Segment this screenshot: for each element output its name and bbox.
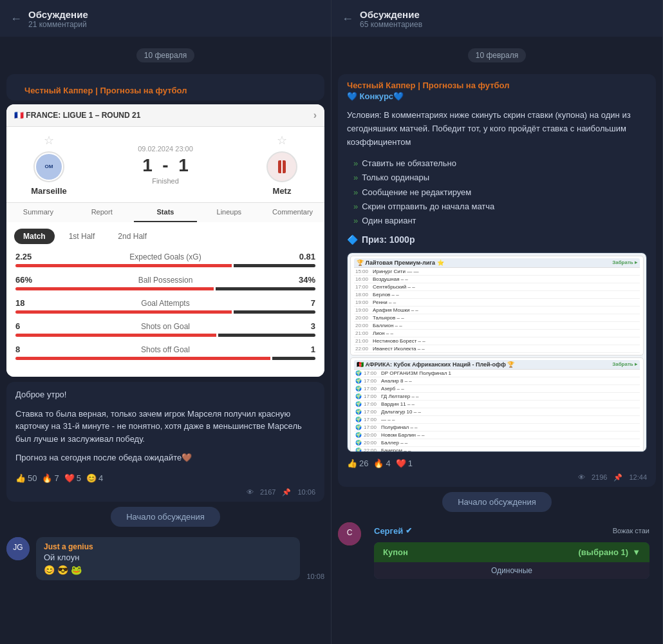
contest-intro: Условия: В комментариях ниже скинуть скр… bbox=[338, 104, 656, 154]
ss-section-2: 🇦🇫 АФРИКА: Кубок Африканских Наций - Пле… bbox=[350, 357, 644, 452]
away-star-icon[interactable]: ☆ bbox=[277, 133, 287, 147]
rule-2: Только ординары bbox=[351, 171, 647, 185]
right-start-discussion-button[interactable]: Начало обсуждения bbox=[442, 492, 552, 512]
home-star-icon[interactable]: ☆ bbox=[44, 133, 54, 147]
contest-card: Честный Каппер | Прогнозы на футбол 💙 Ко… bbox=[338, 74, 656, 487]
tab-lineups[interactable]: Lineups bbox=[197, 203, 261, 222]
start-discussion-button[interactable]: Начало обсуждения bbox=[111, 507, 220, 527]
away-team-name: Metz bbox=[273, 186, 292, 196]
pin-icon: 📌 bbox=[282, 488, 291, 497]
comment-reactions[interactable]: 😊 😎 🐸 bbox=[44, 565, 82, 575]
right-panel-title: Обсуждение bbox=[360, 9, 422, 20]
left-panel: ← Обсуждение 21 комментарий 10 февраля Ч… bbox=[0, 0, 332, 644]
views-count: 2167 bbox=[260, 488, 275, 496]
comment-avatar: JG bbox=[6, 537, 30, 560]
possession-home-val: 66% bbox=[15, 275, 41, 285]
right-pin-icon: 📌 bbox=[613, 473, 622, 482]
match-datetime: 09.02.2024 23:00 bbox=[81, 145, 250, 153]
contest-subtitle: 💙 Конкурс💙 bbox=[347, 91, 647, 101]
sergey-comment-body: Сергей ✔ Вожак стаи Купон (выбрано 1) ▼ … bbox=[368, 522, 656, 582]
match-score: 1 - 1 bbox=[81, 155, 250, 176]
match-teams: ☆ OM Marseille 09.02.2024 23:00 1 - 1 Fi bbox=[6, 127, 324, 202]
score-block: 09.02.2024 23:00 1 - 1 Finished bbox=[81, 145, 250, 185]
right-reaction-heart[interactable]: ❤️ 1 bbox=[396, 459, 413, 468]
expand-icon[interactable]: › bbox=[313, 109, 317, 121]
kupon-expand-icon[interactable]: ▼ bbox=[632, 547, 640, 557]
stat-shots-on-goal: 6 Shots on Goal 3 bbox=[15, 321, 315, 337]
match-league: 🇫🇷 FRANCE: LIGUE 1 – ROUND 21 › bbox=[6, 104, 324, 127]
subtab-match[interactable]: Match bbox=[14, 229, 55, 244]
reaction-like[interactable]: 👍 50 bbox=[15, 473, 37, 483]
right-back-button[interactable]: ← bbox=[342, 12, 353, 26]
screenshot-preview: 🏆 Лайтовая Премиум-лига ⭐ Забрать ▸ 15:0… bbox=[347, 252, 647, 452]
verified-icon: ✔ bbox=[406, 526, 412, 535]
reaction-heart[interactable]: ❤️ 5 bbox=[64, 473, 81, 483]
post-line-2: Ставка то была верная, только зачем игро… bbox=[15, 408, 315, 446]
svg-text:OM: OM bbox=[45, 164, 53, 169]
home-team-block: ☆ OM Marseille bbox=[17, 133, 81, 196]
shots-on-label: Shots on Goal bbox=[41, 322, 290, 331]
right-reaction-fire[interactable]: 🔥 4 bbox=[373, 459, 390, 468]
league-flag: 🇫🇷 FRANCE: LIGUE 1 – ROUND 21 bbox=[14, 111, 140, 120]
xg-away-val: 0.81 bbox=[290, 252, 315, 261]
right-panel-subtitle: 65 комментариев bbox=[360, 20, 422, 29]
right-reaction-like[interactable]: 👍 26 bbox=[347, 459, 368, 468]
match-subtabs: Match 1st Half 2nd Half bbox=[6, 222, 324, 248]
sergey-avatar: С bbox=[338, 522, 361, 545]
post-reactions: 👍 50 🔥 7 ❤️ 5 😊 4 bbox=[6, 471, 324, 488]
stat-goal-attempts: 18 Goal Attempts 7 bbox=[15, 298, 315, 314]
sergey-comment: С Сергей ✔ Вожак стаи Купон (выбрано 1) … bbox=[332, 517, 662, 587]
stat-xg: 2.25 Expected Goals (xG) 0.81 bbox=[15, 252, 315, 267]
channel-name-card: Честный Каппер | Прогнозы на футбол bbox=[6, 74, 324, 100]
shots-off-home-val: 8 bbox=[15, 345, 41, 354]
post-time: 10:06 bbox=[297, 488, 315, 496]
right-post-reactions: 👍 26 🔥 4 ❤️ 1 bbox=[338, 456, 656, 473]
right-views-icon: 👁 bbox=[578, 473, 585, 481]
back-button[interactable]: ← bbox=[10, 12, 22, 26]
channel-name[interactable]: Честный Каппер | Прогнозы на футбол bbox=[15, 79, 315, 98]
screenshot-inner: 🏆 Лайтовая Премиум-лига ⭐ Забрать ▸ 15:0… bbox=[348, 253, 646, 451]
svg-text:С: С bbox=[347, 528, 353, 537]
sergey-header: Сергей ✔ Вожак стаи bbox=[368, 522, 656, 540]
shots-off-label: Shots off Goal bbox=[41, 345, 290, 354]
rule-4: Скрин отправить до начала матча bbox=[351, 200, 647, 214]
rule-1: Ставить не обязательно bbox=[351, 156, 647, 171]
subtab-2nd-half[interactable]: 2nd Half bbox=[109, 229, 156, 244]
kupon-block: Купон (выбрано 1) ▼ Одиночные bbox=[374, 542, 649, 579]
sergey-role: Вожак стаи bbox=[613, 527, 649, 535]
match-widget: 🇫🇷 FRANCE: LIGUE 1 – ROUND 21 › ☆ OM Mar… bbox=[6, 104, 324, 377]
comment-time: 10:08 bbox=[306, 573, 324, 580]
subtab-1st-half[interactable]: 1st Half bbox=[60, 229, 104, 244]
kupon-sub: Одиночные bbox=[374, 562, 649, 579]
header-info: Обсуждение 21 комментарий bbox=[28, 9, 88, 29]
attempts-label: Goal Attempts bbox=[41, 299, 290, 308]
prize-icon: 🔷 bbox=[347, 234, 358, 245]
tab-commentary[interactable]: Commentary bbox=[261, 203, 324, 222]
rule-5: Один вариант bbox=[351, 214, 647, 228]
post-text: Доброе утро! Ставка то была верная, толь… bbox=[6, 382, 324, 471]
ss-section-1: 🏆 Лайтовая Премиум-лига ⭐ Забрать ▸ 15:0… bbox=[350, 256, 644, 355]
post-meta: 👁 2167 📌 10:06 bbox=[6, 488, 324, 502]
post-line-1: Доброе утро! bbox=[15, 388, 315, 401]
tab-report[interactable]: Report bbox=[70, 203, 134, 222]
contest-rules: Ставить не обязательно Только ординары С… bbox=[338, 154, 656, 230]
away-team-logo bbox=[266, 151, 297, 182]
shots-on-away-val: 3 bbox=[290, 321, 315, 331]
tab-stats[interactable]: Stats bbox=[134, 203, 198, 222]
date-badge: 10 февраля bbox=[136, 48, 194, 62]
right-header-info: Обсуждение 65 комментариев bbox=[360, 9, 422, 29]
panel-title: Обсуждение bbox=[28, 9, 88, 20]
right-header: ← Обсуждение 65 комментариев bbox=[332, 0, 662, 37]
home-team-logo: OM bbox=[33, 151, 64, 182]
post-message-card: Доброе утро! Ставка то была верная, толь… bbox=[6, 382, 324, 502]
post-line-3: Прогноз на сегодня после обеда ожидайте🤎 bbox=[15, 451, 315, 464]
right-channel-name[interactable]: Честный Каппер | Прогнозы на футбол bbox=[347, 80, 647, 90]
home-team-name: Marseille bbox=[31, 186, 67, 196]
reaction-fire[interactable]: 🔥 7 bbox=[42, 473, 59, 483]
reaction-smile[interactable]: 😊 4 bbox=[86, 473, 103, 483]
possession-label: Ball Possession bbox=[41, 276, 290, 285]
shots-on-home-val: 6 bbox=[15, 321, 41, 331]
stats-container: 2.25 Expected Goals (xG) 0.81 66% Ball P… bbox=[6, 248, 324, 377]
right-post-time: 12:44 bbox=[629, 473, 647, 481]
tab-summary[interactable]: Summary bbox=[6, 203, 70, 222]
